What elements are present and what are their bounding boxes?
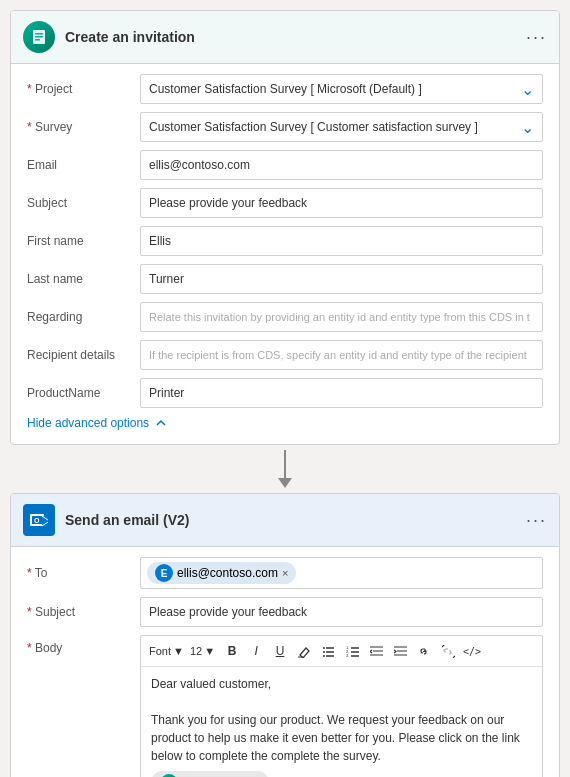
lastname-label: Last name — [27, 272, 132, 286]
firstname-field-row: First name — [27, 226, 543, 256]
lastname-field-row: Last name — [27, 264, 543, 294]
subject-label: Subject — [27, 196, 132, 210]
to-input-wrapper[interactable]: E ellis@contoso.com × — [140, 557, 543, 589]
email-subject-label: Subject — [27, 605, 132, 619]
outlook-icon: O — [23, 504, 55, 536]
bullet-list-button[interactable] — [317, 640, 339, 662]
regarding-field-row: Regarding — [27, 302, 543, 332]
email-subject-field-row: Subject — [27, 597, 543, 627]
card1-more-options[interactable]: ··· — [526, 27, 547, 48]
to-email-tag: E ellis@contoso.com × — [147, 562, 296, 584]
svg-text:O: O — [34, 517, 40, 524]
productname-label: ProductName — [27, 386, 132, 400]
email-subject-input[interactable] — [140, 597, 543, 627]
productname-field-row: ProductName — [27, 378, 543, 408]
body-editor[interactable]: Font ▼ 12 ▼ B I U — [140, 635, 543, 777]
project-value: Customer Satisfaction Survey [ Microsoft… — [149, 82, 422, 96]
recipient-details-field-row: Recipient details — [27, 340, 543, 370]
unlink-button[interactable] — [437, 640, 459, 662]
card2-more-options[interactable]: ··· — [526, 510, 547, 531]
svg-point-13 — [323, 655, 325, 657]
body-content[interactable]: Dear valued customer, Thank you for usin… — [141, 667, 542, 777]
to-field-row: To E ellis@contoso.com × — [27, 557, 543, 589]
indent-button[interactable] — [389, 640, 411, 662]
fontsize-value: 12 — [190, 645, 202, 657]
code-button[interactable]: </> — [461, 640, 483, 662]
send-email-card: O Send an email (V2) ··· To E ellis@cont… — [10, 493, 560, 777]
to-label: To — [27, 566, 132, 580]
underline-button[interactable]: U — [269, 640, 291, 662]
survey-value: Customer Satisfaction Survey [ Customer … — [149, 120, 478, 134]
link-button[interactable] — [413, 640, 435, 662]
project-label: Project — [27, 82, 132, 96]
svg-line-31 — [453, 656, 455, 658]
to-avatar: E — [155, 564, 173, 582]
fontsize-selector[interactable]: 12 ▼ — [190, 645, 215, 657]
font-dropdown-arrow[interactable]: ▼ — [173, 645, 184, 657]
svg-rect-2 — [35, 36, 43, 38]
hide-advanced-toggle[interactable]: Hide advanced options — [27, 416, 543, 430]
svg-text:3.: 3. — [346, 653, 349, 658]
svg-line-30 — [442, 645, 444, 647]
email-field-row: Email — [27, 150, 543, 180]
numbered-list-button[interactable]: 1. 2. 3. — [341, 640, 363, 662]
create-invitation-card: Create an invitation ··· Project Custome… — [10, 10, 560, 445]
card2-title: Send an email (V2) — [65, 512, 516, 528]
svg-point-12 — [323, 651, 325, 653]
recipient-details-input[interactable] — [140, 340, 543, 370]
chevron-up-icon — [155, 417, 167, 429]
subject-input[interactable] — [140, 188, 543, 218]
outdent-button[interactable] — [365, 640, 387, 662]
card1-body: Project Customer Satisfaction Survey [ M… — [11, 64, 559, 444]
email-input[interactable] — [140, 150, 543, 180]
project-dropdown[interactable]: Customer Satisfaction Survey [ Microsoft… — [140, 74, 543, 104]
productname-input[interactable] — [140, 378, 543, 408]
body-line1: Dear valued customer, — [151, 675, 532, 693]
svg-rect-1 — [35, 33, 43, 35]
email-label: Email — [27, 158, 132, 172]
survey-label: Survey — [27, 120, 132, 134]
project-field-row: Project Customer Satisfaction Survey [ M… — [27, 74, 543, 104]
highlight-button[interactable] — [293, 640, 315, 662]
svg-point-11 — [323, 647, 325, 649]
hide-advanced-label: Hide advanced options — [27, 416, 149, 430]
card2-body: To E ellis@contoso.com × Subject Body Fo… — [11, 547, 559, 777]
survey-icon — [23, 21, 55, 53]
invitation-link-tag[interactable]: Invitation link × — [151, 771, 269, 777]
card1-title: Create an invitation — [65, 29, 516, 45]
firstname-input[interactable] — [140, 226, 543, 256]
toolbar: Font ▼ 12 ▼ B I U — [141, 636, 542, 667]
project-dropdown-arrow: ⌄ — [521, 80, 534, 99]
card2-header: O Send an email (V2) ··· — [11, 494, 559, 547]
body-field-row: Body Font ▼ 12 ▼ B I U — [27, 635, 543, 777]
lastname-input[interactable] — [140, 264, 543, 294]
to-email-value: ellis@contoso.com — [177, 566, 278, 580]
to-email-remove[interactable]: × — [282, 567, 288, 579]
body-label: Body — [27, 635, 132, 655]
survey-field-row: Survey Customer Satisfaction Survey [ Cu… — [27, 112, 543, 142]
regarding-input[interactable] — [140, 302, 543, 332]
down-arrow-icon — [278, 450, 292, 488]
subject-field-row: Subject — [27, 188, 543, 218]
fontsize-dropdown-arrow[interactable]: ▼ — [204, 645, 215, 657]
survey-dropdown[interactable]: Customer Satisfaction Survey [ Customer … — [140, 112, 543, 142]
arrow-connector — [278, 445, 292, 493]
body-line2: Thank you for using our product. We requ… — [151, 711, 532, 765]
font-label: Font — [149, 645, 171, 657]
svg-rect-3 — [35, 39, 40, 41]
survey-dropdown-arrow: ⌄ — [521, 118, 534, 137]
recipient-details-label: Recipient details — [27, 348, 132, 362]
card1-header: Create an invitation ··· — [11, 11, 559, 64]
font-selector[interactable]: Font ▼ — [149, 645, 184, 657]
italic-button[interactable]: I — [245, 640, 267, 662]
firstname-label: First name — [27, 234, 132, 248]
bold-button[interactable]: B — [221, 640, 243, 662]
regarding-label: Regarding — [27, 310, 132, 324]
